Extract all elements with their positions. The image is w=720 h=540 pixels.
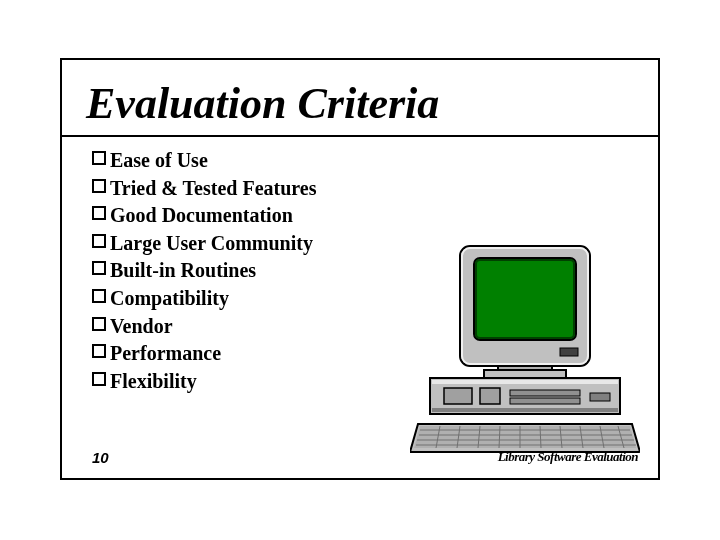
- svg-rect-3: [444, 388, 472, 404]
- checkbox-icon: [92, 179, 106, 193]
- svg-rect-2: [432, 408, 618, 412]
- page-number: 10: [92, 449, 109, 466]
- list-item: Good Documentation: [92, 202, 316, 230]
- svg-rect-4: [480, 388, 500, 404]
- checkbox-icon: [92, 317, 106, 331]
- item-text: Compatibility: [110, 285, 229, 313]
- item-text: Large User Community: [110, 230, 313, 258]
- checkbox-icon: [92, 344, 106, 358]
- computer-clipart: [410, 240, 640, 462]
- list-item: Vendor: [92, 313, 316, 341]
- list-item: Compatibility: [92, 285, 316, 313]
- svg-rect-5: [510, 390, 580, 396]
- svg-rect-6: [510, 398, 580, 404]
- item-text: Flexibility: [110, 368, 197, 396]
- list-item: Ease of Use: [92, 147, 316, 175]
- checkbox-icon: [92, 261, 106, 275]
- list-item: Built-in Routines: [92, 257, 316, 285]
- svg-rect-14: [560, 348, 578, 356]
- item-text: Performance: [110, 340, 221, 368]
- list-item: Flexibility: [92, 368, 316, 396]
- svg-rect-7: [590, 393, 610, 401]
- slide-title: Evaluation Criteria: [62, 60, 658, 137]
- item-text: Good Documentation: [110, 202, 293, 230]
- footer-label: Library Software Evaluation: [498, 449, 638, 466]
- svg-rect-1: [432, 380, 618, 384]
- checkbox-icon: [92, 372, 106, 386]
- slide-frame: Evaluation Criteria Ease of Use Tried & …: [60, 58, 660, 480]
- checkbox-icon: [92, 206, 106, 220]
- item-text: Tried & Tested Features: [110, 175, 316, 203]
- slide-footer: 10 Library Software Evaluation: [62, 449, 658, 466]
- svg-rect-12: [474, 258, 576, 340]
- list-item: Tried & Tested Features: [92, 175, 316, 203]
- checkbox-icon: [92, 151, 106, 165]
- list-item: Large User Community: [92, 230, 316, 258]
- checkbox-icon: [92, 289, 106, 303]
- checkbox-icon: [92, 234, 106, 248]
- item-text: Ease of Use: [110, 147, 208, 175]
- item-text: Vendor: [110, 313, 173, 341]
- svg-rect-9: [484, 370, 566, 378]
- list-item: Performance: [92, 340, 316, 368]
- item-text: Built-in Routines: [110, 257, 256, 285]
- criteria-list: Ease of Use Tried & Tested Features Good…: [92, 147, 316, 395]
